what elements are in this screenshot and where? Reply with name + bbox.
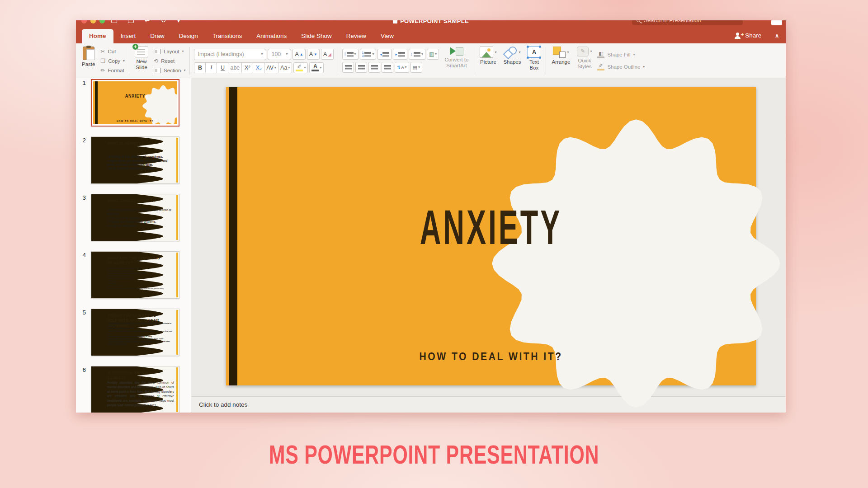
justify-button[interactable] <box>382 62 393 73</box>
slide-thumbnail-6[interactable]: IS ANXIETY A MENTAL ILLNESS? Anxiety dis… <box>91 366 179 413</box>
slide-thumbnail-3[interactable]: WHAT CAUSES ANXIETY? • Difficult experie… <box>91 194 179 241</box>
font-size-select[interactable]: 100▾ <box>268 49 291 60</box>
thumb-slide-title: WHAT ARE THE SYMPTOMS OF ANXIETY? <box>107 255 165 266</box>
slide-subtitle-text[interactable]: HOW TO DEAL WITH IT? <box>258 350 724 363</box>
numbered-list-icon <box>364 52 371 57</box>
account-avatar[interactable] <box>771 20 782 25</box>
thumb-slide-title: WHAT IS ANXIETY? <box>107 141 165 145</box>
tab-draw[interactable]: Draw <box>143 29 172 43</box>
increase-font-size-button[interactable]: A▲ <box>292 49 305 60</box>
tab-design[interactable]: Design <box>172 29 205 43</box>
layout-button[interactable]: Layout▾ <box>154 47 185 56</box>
bullets-button[interactable]: ⁞▾ <box>342 49 359 60</box>
columns-button[interactable]: ▥▾ <box>427 49 439 60</box>
font-color-button[interactable]: A▾ <box>309 62 324 73</box>
highlight-color-button[interactable]: ✐▾ <box>293 62 308 73</box>
shape-outline-icon: ✐ <box>599 63 603 68</box>
align-right-button[interactable] <box>368 62 380 73</box>
current-slide[interactable]: ANXIETY HOW TO DEAL WITH IT? <box>226 87 756 385</box>
picture-button[interactable]: ▾ Picture <box>478 46 498 76</box>
change-case-button[interactable]: Aa▾ <box>278 62 292 73</box>
slide-number: 1 <box>76 79 86 86</box>
thumbnail-row: 5 THINGS YOU CAN TRY TO HELP WITH ANXIET… <box>76 309 191 356</box>
slide-title-text[interactable]: ANXIETY <box>332 203 650 252</box>
bold-button[interactable]: B <box>194 62 206 73</box>
seal-badge <box>371 114 868 413</box>
slide-thumbnail-5[interactable]: THINGS YOU CAN TRY TO HELP WITH ANXIETY,… <box>91 309 179 356</box>
align-left-button[interactable] <box>342 62 354 73</box>
text-box-button[interactable]: A Text Box <box>526 46 542 76</box>
yellow-edge-stripe <box>176 253 178 297</box>
tab-review[interactable]: Review <box>339 29 373 43</box>
tab-animations[interactable]: Animations <box>249 29 294 43</box>
ribbon-divider <box>474 47 474 75</box>
mini-slide-stripe <box>95 81 98 124</box>
text-direction-button[interactable]: ⇅A▾ <box>395 62 409 73</box>
reset-button[interactable]: ⟲Reset <box>154 56 185 65</box>
tab-slide-show[interactable]: Slide Show <box>294 29 339 43</box>
format-painter-button[interactable]: ✏Format <box>100 66 125 75</box>
yellow-edge-stripe <box>176 367 178 412</box>
align-text-button[interactable]: ▤▾ <box>410 62 422 73</box>
align-right-icon <box>371 65 378 70</box>
arrange-icon <box>553 47 566 58</box>
line-spacing-button[interactable]: ↕▾ <box>409 49 426 60</box>
thumbnail-row: 4 WHAT ARE THE SYMPTOMS OF ANXIETY? • Co… <box>76 251 191 299</box>
slide-thumbnail-2[interactable]: WHAT IS ANXIETY? • a feeling of fear, dr… <box>91 136 179 184</box>
slide-thumbnail-4[interactable]: WHAT ARE THE SYMPTOMS OF ANXIETY? • Comm… <box>91 251 179 299</box>
new-slide-button[interactable]: + New Slide <box>133 46 150 76</box>
titlebar: ↩ ↻ ▾ POWERPOINT SAMPLE Search in Presen… <box>76 20 786 26</box>
tab-home[interactable]: Home <box>82 29 113 43</box>
ribbon-divider <box>189 47 190 75</box>
shapes-button[interactable]: ▾ Shapes <box>502 46 522 76</box>
clear-formatting-button[interactable]: A◢ <box>321 49 334 60</box>
indent-icon <box>398 52 405 57</box>
decrease-font-size-button[interactable]: A▼ <box>307 49 320 60</box>
shape-outline-button[interactable]: ✐ Shape Outline▾ <box>597 63 645 71</box>
quick-styles-button[interactable]: ✎▾ Quick Styles <box>576 46 593 76</box>
text-box-icon: A <box>528 47 540 58</box>
ribbon: Paste ✂Cut ❐Copy▾ ✏Format + New Slide La… <box>76 43 786 78</box>
thumb-slide-title: IS ANXIETY A MENTAL ILLNESS? <box>107 370 165 380</box>
page-caption: MS POWERPOINT PRESENTATION <box>113 439 755 469</box>
increase-indent-button[interactable]: ▸ <box>393 49 407 60</box>
share-button[interactable]: + Share <box>735 32 763 43</box>
slide-number: 6 <box>76 366 86 373</box>
align-center-button[interactable] <box>355 62 367 73</box>
tab-insert[interactable]: Insert <box>113 29 143 43</box>
numbering-button[interactable]: 13▾ <box>360 49 377 60</box>
mini-slide-subtitle: HOW TO DEAL WITH IT? <box>93 120 177 122</box>
italic-button[interactable]: I <box>205 62 217 73</box>
decrease-indent-button[interactable]: ◂ <box>377 49 392 60</box>
copy-button[interactable]: ❐Copy▾ <box>100 56 125 65</box>
slide-number: 5 <box>76 309 86 316</box>
outdent-icon <box>382 52 389 57</box>
yellow-edge-stripe <box>176 138 178 183</box>
section-button[interactable]: Section▾ <box>154 66 185 75</box>
shape-fill-button[interactable]: ◧ Shape Fill▾ <box>597 51 645 59</box>
new-slide-icon: + <box>135 47 148 57</box>
mini-title-slide: ANXIETY HOW TO DEAL WITH IT? <box>93 81 177 124</box>
bullet-list-icon <box>347 52 354 57</box>
paste-button[interactable]: Paste <box>80 46 96 76</box>
subscript-button[interactable]: X₂ <box>253 62 264 73</box>
search-input[interactable]: Search in Presentation <box>632 20 743 25</box>
convert-to-smartart-button[interactable]: Convert to SmartArt <box>443 46 470 76</box>
character-spacing-button[interactable]: AV▾ <box>264 62 278 73</box>
slide-editor: ANXIETY HOW TO DEAL WITH IT? Click to ad… <box>191 78 786 413</box>
copy-icon: ❐ <box>100 58 105 64</box>
slide-number: 3 <box>76 194 86 201</box>
strikethrough-button[interactable]: abe <box>228 62 242 73</box>
tab-transitions[interactable]: Transitions <box>205 29 250 43</box>
superscript-button[interactable]: X² <box>241 62 253 73</box>
slide-thumbnail-1[interactable]: ANXIETY HOW TO DEAL WITH IT? <box>91 79 179 127</box>
thumb-slide-body: Anxiety disorders are the most common of… <box>107 380 174 408</box>
tab-view[interactable]: View <box>373 29 401 43</box>
underline-button[interactable]: U <box>217 62 228 73</box>
quick-styles-icon: ✎ <box>577 47 589 56</box>
font-name-select[interactable]: Impact (Headings)▾ <box>194 49 266 60</box>
cut-button[interactable]: ✂Cut <box>100 47 125 56</box>
slide-thumbnail-panel: 1 ANXIETY HOW TO DEAL WITH IT? 2 <box>76 78 191 413</box>
collapse-ribbon-icon[interactable]: ∧ <box>763 33 780 43</box>
arrange-button[interactable]: ▾ Arrange <box>550 46 571 76</box>
